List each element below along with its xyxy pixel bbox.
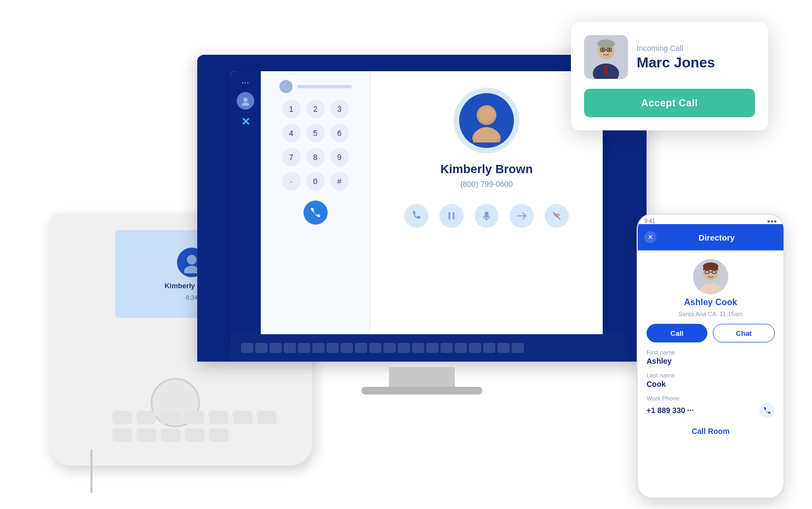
caller-avatar [584,35,628,79]
contact-phone: (800) 799-0600 [460,180,513,188]
dial-key-3[interactable]: 3 [330,100,349,118]
mobile-contact-card: Ashley Cook Santa Ana CA, 11:15am [647,259,775,317]
call-room-link[interactable]: Call Room [647,425,775,436]
sidebar-menu-dots[interactable]: ··· [242,78,250,87]
phone-timer: 8:34 [186,294,197,301]
svg-point-7 [479,106,494,122]
dial-input-line [297,85,352,88]
dial-key-0[interactable]: 0 [306,172,325,191]
contact-avatar-ring [454,88,519,153]
svg-point-2 [243,98,248,102]
dial-key-4[interactable]: 4 [282,124,301,142]
dial-call-button[interactable] [304,201,328,225]
svg-rect-9 [448,212,450,219]
caller-info: Incoming Call Marc Jones [637,44,715,71]
sidebar-avatar [237,92,254,110]
work-phone-call-icon[interactable] [759,403,775,418]
mute-icon[interactable] [474,204,499,228]
mobile-call-button[interactable]: Call [647,324,707,342]
app-window: ··· ✕ 1 2 3 4 [230,71,603,356]
incoming-label: Incoming Call [637,44,715,53]
dialpad-panel: 1 2 3 4 5 6 7 8 9 · 0 # [261,71,370,356]
directory-title: Directory [661,233,773,242]
first-name-label: First name [647,349,775,356]
phone-buttons [112,411,288,442]
mobile-action-buttons: Call Chat [647,324,775,342]
work-phone-value: +1 889 330 ··· [647,406,694,415]
accept-call-button[interactable]: Accept Call [584,89,755,117]
mobile-contact-avatar [693,259,728,294]
mobile-contact-location: Santa Ana CA, 11:15am [678,311,743,317]
mobile-body: Ashley Cook Santa Ana CA, 11:15am Call C… [638,250,784,444]
monitor-base [362,387,482,394]
work-phone-label: Work Phone [647,395,775,402]
incoming-call-popup: Incoming Call Marc Jones Accept Call [571,22,768,130]
dial-key-9[interactable]: 9 [330,148,349,167]
svg-point-3 [242,102,249,106]
svg-point-16 [597,39,615,48]
dial-input-area [279,80,352,93]
mobile-contact-name: Ashley Cook [684,298,737,307]
dial-key-5[interactable]: 5 [306,124,325,142]
contact-avatar [459,93,514,148]
last-name-value: Cook [647,380,775,388]
transfer-icon[interactable] [510,204,534,228]
contact-panel: Kimberly Brown (800) 799-0600 [370,71,603,356]
dial-avatar [279,80,293,93]
svg-rect-26 [705,271,709,273]
dial-key-1[interactable]: 1 [282,100,301,118]
end-call-icon[interactable] [545,204,569,228]
keyboard-row [241,343,524,353]
svg-point-18 [608,49,610,51]
dial-key-2[interactable]: 2 [306,100,325,118]
hold-icon[interactable] [439,204,464,228]
svg-rect-10 [453,212,454,219]
mobile-time: 9:41 [644,218,655,224]
sidebar-logo: ✕ [241,115,250,128]
dial-key-6[interactable]: 6 [330,124,349,142]
caller-name: Marc Jones [637,55,715,71]
mobile-app: 9:41 ●●● ✕ Directory [637,214,785,499]
first-name-field: First name Ashley [647,349,775,365]
popup-top: Incoming Call Marc Jones [584,35,755,79]
svg-point-0 [187,255,197,265]
dial-key-hash[interactable]: # [330,172,349,191]
dialpad-grid: 1 2 3 4 5 6 7 8 9 · 0 # [282,100,349,191]
call-action-icons [404,204,569,228]
dial-key-7[interactable]: 7 [282,148,301,167]
app-sidebar: ··· ✕ [230,71,261,356]
mobile-close-button[interactable]: ✕ [644,231,656,243]
phone-icon[interactable] [404,204,428,228]
mobile-header: ✕ Directory [638,224,784,250]
mobile-signal: ●●● [767,218,777,224]
work-phone-field: Work Phone +1 889 330 ··· [647,395,775,418]
close-icon: ✕ [648,233,653,241]
phone-cord [90,449,93,493]
last-name-label: Last name [647,372,775,379]
dial-key-dot[interactable]: · [282,172,301,191]
svg-point-17 [602,49,604,51]
mobile-chat-button[interactable]: Chat [713,324,775,342]
dial-key-8[interactable]: 8 [306,148,325,167]
phone-row: +1 889 330 ··· [647,403,775,418]
contact-name: Kimberly Brown [441,162,533,176]
last-name-field: Last name Cook [647,372,775,388]
mobile-status-bar: 9:41 ●●● [638,215,784,224]
keyboard-bar [230,334,625,362]
first-name-value: Ashley [647,357,775,365]
svg-rect-27 [712,271,716,273]
